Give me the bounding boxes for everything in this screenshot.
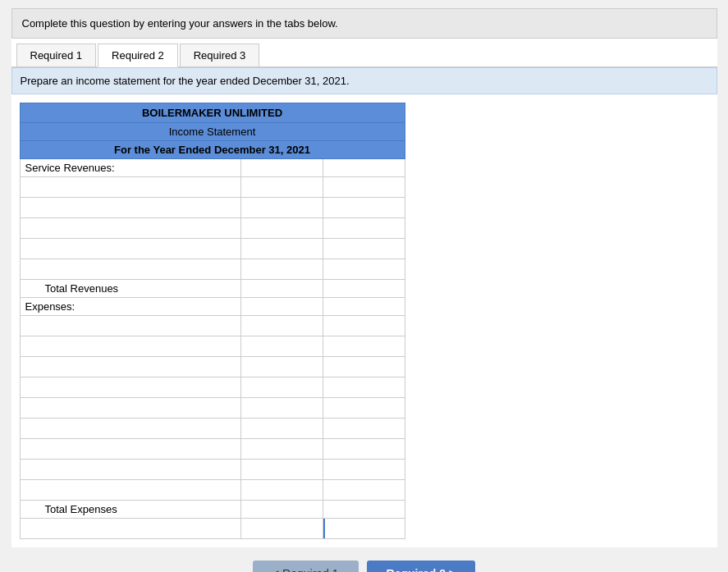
final-amount2[interactable] xyxy=(323,519,405,538)
final-label[interactable] xyxy=(21,519,240,538)
final-amount1[interactable] xyxy=(241,519,323,538)
table-container: BOILERMAKER UNLIMITED Income Statement F… xyxy=(11,94,717,547)
expense-label-2[interactable] xyxy=(21,336,240,356)
revenue-amount2-3[interactable] xyxy=(323,218,405,238)
expense-row-4[interactable] xyxy=(20,378,405,398)
expense-label-4[interactable] xyxy=(21,378,240,397)
final-row[interactable] xyxy=(20,519,405,539)
service-revenues-label: Service Revenues: xyxy=(20,159,240,177)
total-revenues-col3 xyxy=(323,280,405,298)
expense-amount1-6[interactable] xyxy=(241,419,323,438)
expense-row-8[interactable] xyxy=(20,460,405,480)
revenue-amount2-2[interactable] xyxy=(323,198,405,217)
expense-amount2-7[interactable] xyxy=(323,439,405,459)
expenses-label-row: Expenses: xyxy=(20,298,405,316)
table-subtitle-row: Income Statement xyxy=(20,123,405,141)
revenue-amount1-5[interactable] xyxy=(241,259,323,279)
expense-row-7[interactable] xyxy=(20,439,405,460)
tab-required3[interactable]: Required 3 xyxy=(180,43,260,66)
expenses-col3 xyxy=(323,298,405,316)
expense-row-2[interactable] xyxy=(20,336,405,357)
revenue-amount1-1[interactable] xyxy=(241,177,323,197)
expense-row-6[interactable] xyxy=(20,419,405,439)
tabs-bar: Required 1 Required 2 Required 3 xyxy=(11,39,717,67)
expense-amount2-4[interactable] xyxy=(323,378,405,397)
expenses-col2 xyxy=(240,298,323,316)
table-period-row: For the Year Ended December 31, 2021 xyxy=(20,141,405,159)
revenue-amount2-4[interactable] xyxy=(323,239,405,259)
expense-amount2-1[interactable] xyxy=(323,316,405,336)
revenue-row-4[interactable] xyxy=(20,239,405,259)
tab-required2[interactable]: Required 2 xyxy=(98,43,178,67)
expense-label-7[interactable] xyxy=(21,439,240,459)
sub-instruction: Prepare an income statement for the year… xyxy=(11,67,717,94)
total-revenues-row: Total Revenues xyxy=(20,280,405,298)
expense-amount1-9[interactable] xyxy=(241,480,323,500)
expense-label-5[interactable] xyxy=(21,398,240,418)
expense-row-5[interactable] xyxy=(20,398,405,419)
income-statement-table: BOILERMAKER UNLIMITED Income Statement F… xyxy=(20,103,405,539)
revenue-amount1-2[interactable] xyxy=(241,198,323,217)
revenue-row-3[interactable] xyxy=(20,218,405,239)
service-revenues-col2 xyxy=(240,159,323,177)
table-subtitle: Income Statement xyxy=(20,123,405,141)
bottom-nav: < Required 1 Required 2 > xyxy=(11,547,717,572)
total-revenues-label: Total Revenues xyxy=(20,280,240,298)
expense-label-3[interactable] xyxy=(21,357,240,377)
total-expenses-col2 xyxy=(240,501,323,519)
expense-amount2-5[interactable] xyxy=(323,398,405,418)
expense-row-9[interactable] xyxy=(20,480,405,501)
table-title-row: BOILERMAKER UNLIMITED xyxy=(20,103,405,123)
total-revenues-col2 xyxy=(240,280,323,298)
expense-label-6[interactable] xyxy=(21,419,240,438)
instruction-bar: Complete this question by entering your … xyxy=(11,8,717,39)
expense-amount2-2[interactable] xyxy=(323,336,405,356)
revenue-amount2-1[interactable] xyxy=(323,177,405,197)
expense-row-1[interactable] xyxy=(20,316,405,336)
revenue-row-2[interactable] xyxy=(20,198,405,218)
service-revenues-label-row: Service Revenues: xyxy=(20,159,405,177)
expense-amount2-3[interactable] xyxy=(323,357,405,377)
total-expenses-col3 xyxy=(323,501,405,519)
expense-amount1-7[interactable] xyxy=(241,439,323,459)
total-expenses-label: Total Expenses xyxy=(20,501,240,519)
expense-amount1-2[interactable] xyxy=(241,336,323,356)
expense-amount1-8[interactable] xyxy=(241,460,323,479)
expense-label-8[interactable] xyxy=(21,460,240,479)
table-title: BOILERMAKER UNLIMITED xyxy=(20,103,405,123)
expense-amount2-8[interactable] xyxy=(323,460,405,479)
revenue-amount2-5[interactable] xyxy=(323,259,405,279)
expenses-label: Expenses: xyxy=(20,298,240,316)
next-button[interactable]: Required 2 > xyxy=(367,561,475,572)
expense-row-3[interactable] xyxy=(20,357,405,378)
revenue-label-5[interactable] xyxy=(21,259,240,279)
revenue-label-4[interactable] xyxy=(21,239,240,259)
revenue-row-5[interactable] xyxy=(20,259,405,280)
instruction-text: Complete this question by entering your … xyxy=(22,17,338,30)
revenue-label-3[interactable] xyxy=(21,218,240,238)
revenue-row-1[interactable] xyxy=(20,177,405,198)
expense-label-9[interactable] xyxy=(21,480,240,500)
expense-amount1-1[interactable] xyxy=(241,316,323,336)
expense-amount2-6[interactable] xyxy=(323,419,405,438)
prev-button[interactable]: < Required 1 xyxy=(253,561,359,572)
expense-amount1-4[interactable] xyxy=(241,378,323,397)
expense-amount1-3[interactable] xyxy=(241,357,323,377)
tab-required1[interactable]: Required 1 xyxy=(16,43,97,66)
service-revenues-col3 xyxy=(323,159,405,177)
revenue-amount1-4[interactable] xyxy=(241,239,323,259)
revenue-label-1[interactable] xyxy=(21,177,240,197)
expense-label-1[interactable] xyxy=(21,316,240,336)
revenue-label-2[interactable] xyxy=(21,198,240,217)
expense-amount2-9[interactable] xyxy=(323,480,405,500)
expense-amount1-5[interactable] xyxy=(241,398,323,418)
total-expenses-row: Total Expenses xyxy=(20,501,405,519)
revenue-amount1-3[interactable] xyxy=(241,218,323,238)
table-period: For the Year Ended December 31, 2021 xyxy=(20,141,405,159)
